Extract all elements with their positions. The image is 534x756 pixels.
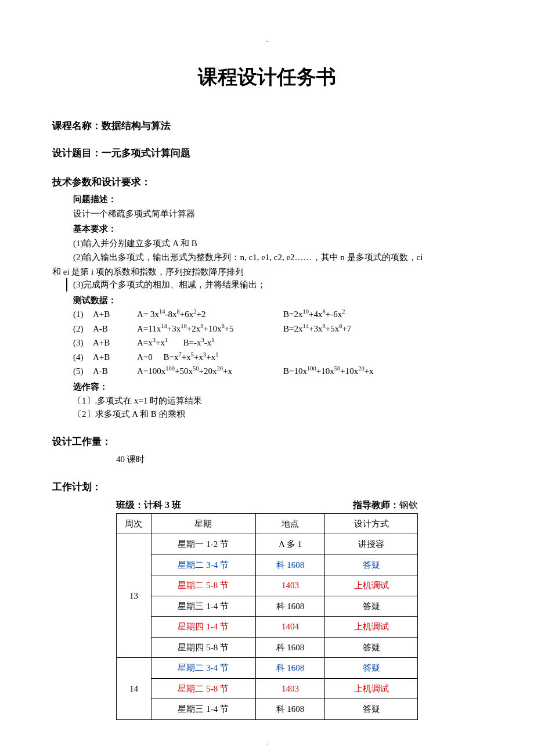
cell-loc: 科 1608: [255, 658, 325, 679]
test-label: 测试数据：: [73, 294, 482, 307]
cell-day: 星期二 5-8 节: [151, 678, 255, 699]
cell-week: 14: [117, 658, 151, 720]
opt1: 〔1〕.多项式在 x=1 时的运算结果: [73, 394, 482, 408]
table-header-line: 班级：计科 3 班 指导教师：钢钦: [116, 498, 418, 512]
cell-day: 星期一 1-2 节: [151, 534, 255, 555]
opt-label: 选作容：: [73, 380, 482, 394]
req3: (3)完成两个多项式的相加、相减，并将结果输出；: [73, 278, 482, 291]
test-eq-b: B=2x10+4x8+-6x2: [283, 308, 482, 321]
topic-label: 设计题目：: [52, 147, 102, 159]
table-row: 星期二 5-8 节1403上机调试: [117, 678, 418, 699]
test-idx: (2): [73, 322, 93, 336]
cell-loc: 科 1608: [255, 699, 325, 720]
test-eq-b: B=10x100+10x50+10x20+x: [283, 365, 482, 378]
test-eq-b: B=2x14+3x8+5x6+7: [283, 322, 482, 336]
test-row: (4)A+BA=0 B=x7+x5+x3+x1: [73, 351, 482, 364]
teacher-label: 指导教师：: [353, 500, 399, 510]
cell-loc: A 多 1: [255, 534, 325, 555]
course-value: 数据结构与算法: [102, 120, 171, 131]
work-hours: 40 课时: [116, 453, 482, 466]
col-day: 星期: [151, 513, 255, 534]
table-row: 星期四 1-4 节1404上机调试: [117, 617, 418, 638]
table-row: 星期四 5-8 节科 1608答疑: [117, 637, 418, 658]
problem-text: 设计一个稀疏多项式简单计算器: [73, 207, 482, 221]
test-idx: (1): [73, 308, 93, 321]
opt-list: 〔1〕.多项式在 x=1 时的运算结果 〔2〕求多项式 A 和 B 的乘积: [73, 394, 482, 420]
test-row: (2)A-BA=11x14+3x10+2x8+10x6+5B=2x14+3x8+…: [73, 322, 482, 336]
test-eq-a: A=0 B=x7+x5+x3+x1: [137, 351, 283, 364]
cell-day: 星期四 1-4 节: [151, 617, 255, 638]
page-title: 课程设计任务书: [52, 62, 482, 92]
cell-day: 星期三 1-4 节: [151, 596, 255, 617]
cell-day: 星期二 5-8 节: [151, 575, 255, 596]
test-eq-a: A= 3x14-8x8+6x2+2: [137, 308, 283, 321]
topic-value: 一元多项式计算问题: [102, 147, 190, 159]
test-op: A+B: [93, 308, 137, 321]
schedule-table: 周次 星期 地点 设计方式 13星期一 1-2 节A 多 1讲授容星期二 3-4…: [116, 513, 418, 720]
test-eq-a: A=x3+x1 B=-x3-x1: [137, 336, 283, 350]
table-row: 星期三 1-4 节科 1608答疑: [117, 699, 418, 720]
basic-label: 基本要求：: [73, 222, 482, 236]
test-row: (5)A-BA=100x100+50x50+20x20+xB=10x100+10…: [73, 365, 482, 378]
course-line: 课程名称：数据结构与算法: [52, 118, 482, 134]
col-mode: 设计方式: [325, 513, 418, 534]
cell-mode: 答疑: [325, 555, 418, 575]
test-op: A-B: [93, 365, 137, 378]
page-bottom-dot: .: [52, 737, 482, 747]
req1: (1)输入并分别建立多项式 A 和 B: [73, 237, 482, 250]
cell-loc: 科 1608: [255, 555, 325, 575]
cell-day: 星期三 1-4 节: [151, 699, 255, 720]
course-label: 课程名称：: [52, 120, 102, 131]
cell-day: 星期四 5-8 节: [151, 637, 255, 658]
cell-mode: 答疑: [325, 596, 418, 617]
teacher-value: 钢钦: [399, 500, 418, 510]
page-top-dot: .: [52, 35, 482, 45]
col-loc: 地点: [255, 513, 325, 534]
req2b: 和 ei 是第 i 项的系数和指数，序列按指数降序排列: [52, 265, 482, 279]
test-row: (1)A+BA= 3x14-8x8+6x2+2B=2x10+4x8+-6x2: [73, 308, 482, 321]
test-op: A-B: [93, 322, 137, 336]
test-row: (3)A+BA=x3+x1 B=-x3-x1: [73, 336, 482, 350]
cell-mode: 上机调试: [325, 617, 418, 638]
class-value: 计科 3 班: [144, 500, 181, 510]
cell-mode: 答疑: [325, 699, 418, 720]
cell-loc: 1403: [255, 575, 325, 596]
req2a: (2)输入输出多项式，输出形式为整数序列：n, c1, e1, c2, e2………: [73, 251, 482, 264]
opt2: 〔2〕求多项式 A 和 B 的乘积: [73, 408, 482, 421]
requirements-list: (1)输入并分别建立多项式 A 和 B (2)输入输出多项式，输出形式为整数序列…: [73, 237, 482, 264]
tech-heading: 技术参数和设计要求：: [52, 175, 482, 190]
revision-mark: (3)完成两个多项式的相加、相减，并将结果输出；: [66, 278, 482, 291]
cell-loc: 科 1608: [255, 596, 325, 617]
topic-line: 设计题目：一元多项式计算问题: [52, 146, 482, 161]
cell-week: 13: [117, 534, 151, 658]
cell-loc: 1404: [255, 617, 325, 638]
test-eq-a: A=11x14+3x10+2x8+10x6+5: [137, 322, 283, 336]
problem-label: 问题描述：: [73, 193, 482, 206]
test-idx: (4): [73, 351, 93, 364]
test-idx: (3): [73, 336, 93, 350]
table-row: 星期二 3-4 节科 1608答疑: [117, 555, 418, 575]
table-row: 星期三 1-4 节科 1608答疑: [117, 596, 418, 617]
cell-loc: 科 1608: [255, 637, 325, 658]
class-label: 班级：: [116, 500, 144, 510]
cell-mode: 答疑: [325, 637, 418, 658]
table-row: 14星期二 3-4 节科 1608答疑: [117, 658, 418, 679]
cell-mode: 答疑: [325, 658, 418, 679]
test-op: A+B: [93, 336, 137, 350]
col-week: 周次: [117, 513, 151, 534]
plan-heading: 工作计划：: [52, 480, 482, 495]
cell-mode: 讲授容: [325, 534, 418, 555]
test-op: A+B: [93, 351, 137, 364]
test-idx: (5): [73, 365, 93, 378]
cell-mode: 上机调试: [325, 575, 418, 596]
cell-mode: 上机调试: [325, 678, 418, 699]
cell-loc: 1403: [255, 678, 325, 699]
cell-day: 星期二 3-4 节: [151, 555, 255, 575]
work-heading: 设计工作量：: [52, 434, 482, 449]
cell-day: 星期二 3-4 节: [151, 658, 255, 679]
test-eq-a: A=100x100+50x50+20x20+x: [137, 365, 283, 378]
table-row: 13星期一 1-2 节A 多 1讲授容: [117, 534, 418, 555]
table-row: 星期二 5-8 节1403上机调试: [117, 575, 418, 596]
